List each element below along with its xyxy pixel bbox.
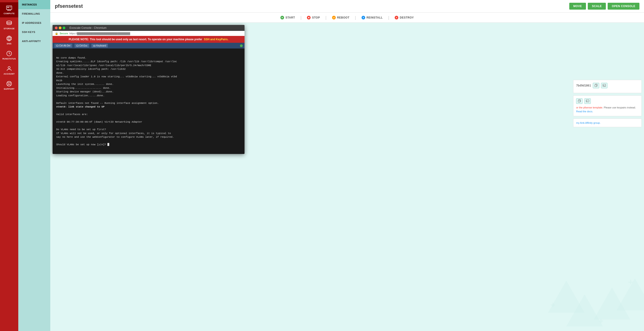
reinstall-icon — [362, 16, 365, 20]
sidebar-item-account[interactable]: ACCOUNT — [0, 63, 18, 78]
account-icon — [6, 65, 12, 72]
sub-sidebar: INSTANCES FIREWALLING IP ADDRESSES SSH K… — [18, 0, 50, 331]
svg-marker-27 — [616, 278, 644, 310]
copy-icon — [594, 84, 598, 87]
svg-text:+: + — [550, 300, 556, 310]
svg-rect-40 — [578, 100, 580, 102]
sub-sidebar-firewalling[interactable]: FIREWALLING — [18, 9, 50, 18]
keyboard2-icon — [93, 45, 96, 47]
ssh-keypairs-link[interactable]: SSH and KeyPairs. — [204, 38, 228, 41]
sidebar-item-storage[interactable]: STORAGE — [0, 17, 18, 33]
browser-dots — [55, 27, 65, 29]
template-link[interactable]: or the pfsense template. — [576, 106, 603, 109]
terminal-shortcut-button[interactable] — [601, 83, 608, 88]
read-docs-link[interactable]: Read the docs. — [576, 110, 593, 113]
close-dot[interactable] — [55, 27, 58, 29]
svg-point-8 — [7, 36, 12, 41]
svg-rect-3 — [9, 8, 11, 8]
compute-icon — [6, 5, 12, 12]
terminal-btn2[interactable] — [584, 98, 591, 104]
start-button[interactable]: START — [275, 13, 300, 23]
svg-rect-33 — [94, 45, 95, 47]
warning-action-row — [576, 98, 639, 104]
stop-icon — [307, 16, 310, 20]
instance-id-row: 7bd9d1861 — [576, 83, 639, 88]
reinstall-button[interactable]: REINSTALL — [356, 13, 388, 23]
svg-point-14 — [8, 83, 10, 85]
terminal-bold-line: vtnet0: link state changed to UP — [56, 105, 104, 108]
sub-sidebar-anti-affinity[interactable]: ANTI-AFFINITY — [18, 37, 50, 46]
copy-btn2[interactable] — [576, 98, 582, 104]
svg-rect-1 — [7, 7, 9, 8]
copy-id-button[interactable] — [593, 83, 599, 88]
console-window: Exoscale Console - Chromium 🔒 Secure htt… — [52, 25, 244, 154]
warning-info-box: or the pfsense template. Please use keyp… — [573, 95, 642, 116]
sidebar-item-runstatus[interactable]: RUNSTATUS — [0, 48, 18, 63]
svg-rect-41 — [586, 100, 589, 102]
ctrl-icon — [76, 45, 78, 47]
svg-marker-21 — [333, 17, 334, 18]
maximize-dot[interactable] — [62, 27, 65, 29]
keyboard-button[interactable]: Keyboard — [92, 44, 108, 48]
svg-marker-26 — [594, 287, 630, 319]
browser-bar: Exoscale Console - Chromium — [52, 25, 244, 31]
svg-rect-2 — [9, 7, 11, 7]
sub-sidebar-ssh-keys[interactable]: SSH KEYS — [18, 28, 50, 37]
dns-icon — [6, 35, 12, 42]
scale-button[interactable]: SCALE — [588, 3, 606, 10]
terminal-icon — [603, 84, 606, 87]
sidebar-item-compute[interactable]: COMPUTE — [0, 2, 18, 17]
sub-sidebar-instances[interactable]: INSTANCES — [18, 0, 50, 9]
ctrl-alt-del-button[interactable]: Ctrl-Alt-Del — [54, 44, 72, 48]
sidebar-label-runstatus: RUNSTATUS — [2, 58, 16, 60]
svg-marker-25 — [566, 294, 603, 326]
start-icon — [280, 16, 284, 20]
sidebar: COMPUTE STORAGE DNS RUNSTATUS ACCOUNT — [0, 0, 18, 331]
page-header: pfsensetest MOVE SCALE OPEN CONSOLE — [50, 0, 644, 13]
move-button[interactable]: MOVE — [569, 3, 586, 10]
warning-bar: PLEASE NOTE: This tool should be used on… — [52, 36, 244, 43]
open-console-button[interactable]: OPEN CONSOLE — [608, 3, 640, 10]
reboot-button[interactable]: REBOOT — [326, 13, 355, 23]
svg-rect-32 — [76, 45, 78, 47]
terminal-cursor — [108, 143, 109, 146]
url-bar: https://▓▓▓▓▓▓▓▓▓▓▓▓▓▓▓▓▓▓▓▓▓▓▓▓▓▓▓▓▓ — [70, 32, 130, 35]
stop-button[interactable]: STOP — [302, 13, 325, 23]
template-warning: or the pfsense template. Please use keyp… — [576, 106, 639, 113]
anti-affinity-text: my Anti-Affinity group. — [576, 121, 639, 124]
copy2-icon — [578, 99, 581, 103]
warning-text: PLEASE NOTE: This tool should be used on… — [69, 38, 202, 41]
ctrl-esc-button[interactable]: Ctrl-Esc — [74, 44, 89, 48]
action-bar: START | STOP | REBOOT | REINSTALL | — [50, 13, 644, 23]
destroy-button[interactable]: DESTROY — [389, 13, 419, 23]
svg-point-12 — [8, 67, 10, 69]
connection-indicator — [240, 44, 243, 47]
lock-icon: 🔒 — [55, 32, 58, 35]
svg-point-7 — [7, 21, 12, 23]
destroy-icon — [395, 16, 398, 20]
svg-rect-20 — [308, 17, 310, 18]
sub-sidebar-ip-addresses[interactable]: IP ADDRESSES — [18, 18, 50, 28]
runstatus-icon — [6, 50, 12, 57]
content-area: + + + Exoscale Console - Chromium 🔒 Secu… — [50, 23, 644, 331]
svg-marker-19 — [282, 17, 283, 18]
sidebar-item-dns[interactable]: DNS — [0, 33, 18, 48]
terminal2-icon — [586, 99, 589, 103]
sidebar-label-compute: COMPUTE — [4, 12, 15, 15]
terminal[interactable]: No core dumps found. Creating symlinks..… — [52, 49, 244, 154]
bg-triangles: + + + — [530, 239, 644, 331]
reboot-icon — [332, 16, 336, 20]
keyboard-icon — [56, 45, 58, 47]
main-content: pfsensetest MOVE SCALE OPEN CONSOLE STAR… — [50, 0, 644, 331]
anti-affinity-link[interactable]: my Anti-Affinity group. — [576, 121, 600, 124]
support-icon — [6, 81, 12, 87]
minimize-dot[interactable] — [59, 27, 62, 29]
svg-rect-37 — [595, 85, 597, 87]
storage-icon — [6, 20, 12, 27]
sidebar-label-dns: DNS — [7, 43, 12, 45]
svg-text:+: + — [628, 277, 633, 287]
sidebar-label-account: ACCOUNT — [4, 73, 15, 75]
sidebar-item-support[interactable]: SUPPORT — [0, 78, 18, 93]
secure-label: Secure — [60, 32, 68, 35]
sidebar-label-storage: STORAGE — [4, 28, 15, 30]
